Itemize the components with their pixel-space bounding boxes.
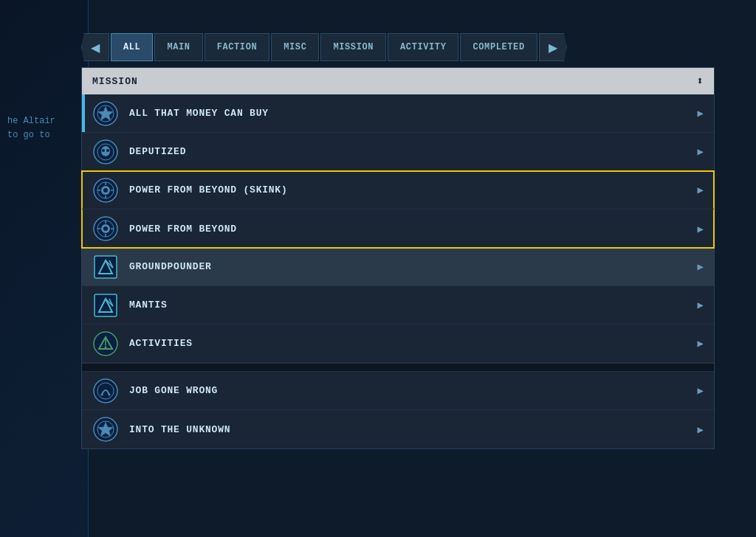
mission-name-all-that-money: ALL THAT MONEY CAN BUY: [129, 108, 698, 119]
svg-point-21: [103, 226, 108, 231]
mission-icon-triangle: [92, 330, 119, 357]
sidebar: he Altair to go to: [0, 0, 89, 537]
sort-icon[interactable]: ⬍: [696, 74, 704, 89]
expand-icon: ▶: [698, 260, 704, 273]
tab-misc[interactable]: MISC: [271, 33, 319, 61]
expand-icon: ▶: [698, 299, 704, 311]
svg-rect-6: [103, 156, 105, 158]
svg-point-37: [105, 346, 107, 348]
tab-all[interactable]: ALL: [111, 33, 153, 61]
mission-row-all-that-money[interactable]: ALL THAT MONEY CAN BUY ▶: [82, 94, 714, 133]
mission-list-header: MISSION ⬍: [82, 68, 714, 94]
mission-name-mantis: MANTIS: [129, 299, 698, 311]
mission-icon-uc: [92, 100, 119, 127]
tab-bar: ◀ ALL MAIN FACTION MISC MISSION ACTIVITY…: [81, 33, 742, 61]
active-indicator: [82, 94, 85, 132]
mission-list: MISSION ⬍ ALL THAT MONEY CAN BUY ▶: [81, 67, 715, 449]
tab-activity[interactable]: ACTIVITY: [388, 33, 458, 61]
svg-point-9: [106, 149, 109, 152]
mission-row-power[interactable]: POWER FROM BEYOND ▶: [82, 209, 714, 248]
expand-icon: ▶: [698, 384, 704, 397]
svg-point-13: [103, 188, 108, 193]
mission-icon-uc-circle2: [92, 416, 119, 443]
mission-name-power-skink: POWER FROM BEYOND (SKINK): [129, 184, 698, 195]
mission-icon-uc-circle-skink: [92, 177, 119, 204]
mission-row-deputized[interactable]: DEPUTIZED ▶: [82, 133, 714, 171]
highlighted-group: POWER FROM BEYOND (SKINK) ▶: [82, 171, 714, 248]
mission-row-into-the-unknown[interactable]: INTO THE UNKNOWN ▶: [82, 410, 714, 448]
mission-name-activities: ACTIVITIES: [129, 338, 698, 349]
expand-icon: ▶: [698, 337, 704, 350]
tab-nav-right[interactable]: ▶: [539, 33, 567, 61]
expand-icon: ▶: [698, 145, 704, 158]
tab-nav-left[interactable]: ◀: [81, 33, 109, 61]
mission-icon-box-arrow: [92, 254, 119, 280]
mission-name-job-gone-wrong: JOB GONE WRONG: [129, 385, 698, 396]
svg-point-8: [102, 149, 105, 152]
mission-icon-uc-circle: [92, 215, 119, 242]
expand-icon: ▶: [698, 107, 704, 119]
mission-row-job-gone-wrong[interactable]: JOB GONE WRONG ▶: [82, 372, 714, 410]
mission-name-groundpounder: GROUNDPOUNDER: [129, 261, 698, 272]
svg-rect-7: [106, 156, 109, 158]
mission-icon-mantis: [92, 292, 119, 319]
separator: [82, 363, 714, 372]
tab-faction[interactable]: FACTION: [205, 33, 270, 61]
mission-row-groundpounder[interactable]: GROUNDPOUNDER ▶: [82, 248, 714, 286]
tab-main[interactable]: MAIN: [154, 33, 202, 61]
expand-icon: ▶: [698, 184, 704, 196]
tab-mission[interactable]: MISSION: [320, 33, 386, 61]
mission-icon-uc-alt: [92, 378, 119, 404]
expand-icon: ▶: [698, 423, 704, 436]
mission-name-deputized: DEPUTIZED: [129, 146, 698, 157]
mission-header-label: MISSION: [92, 76, 138, 87]
mission-row-power-skink[interactable]: POWER FROM BEYOND (SKINK) ▶: [82, 171, 714, 209]
mission-name-into-unknown: INTO THE UNKNOWN: [129, 424, 698, 435]
svg-point-40: [101, 393, 103, 395]
mission-row-activities[interactable]: ACTIVITIES ▶: [82, 325, 714, 363]
tab-completed[interactable]: COMPLETED: [460, 33, 537, 61]
main-content: ◀ ALL MAIN FACTION MISC MISSION ACTIVITY…: [81, 33, 742, 449]
mission-name-power: POWER FROM BEYOND: [129, 224, 698, 235]
sidebar-text: he Altair to go to: [7, 114, 55, 142]
mission-icon-skull: [92, 139, 119, 165]
expand-icon: ▶: [698, 223, 704, 235]
svg-point-41: [109, 393, 111, 395]
mission-row-mantis[interactable]: MANTIS ▶: [82, 286, 714, 325]
